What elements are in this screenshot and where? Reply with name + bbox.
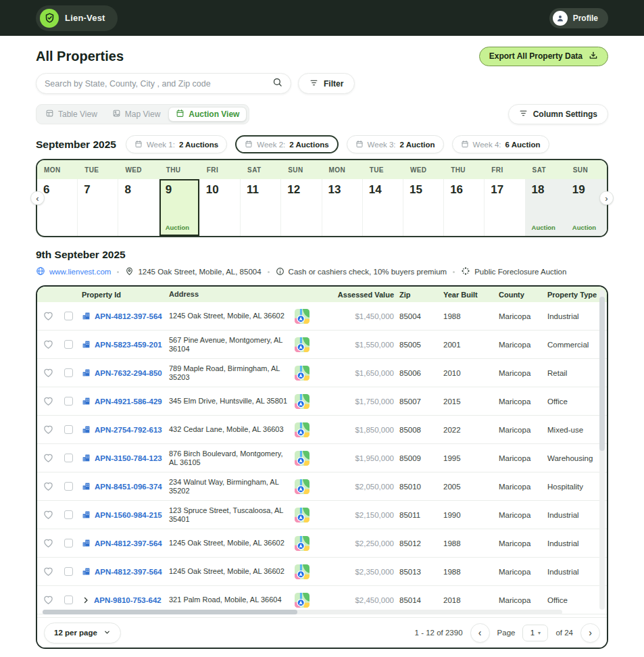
favorite-heart-icon[interactable] <box>43 566 54 577</box>
row-checkbox[interactable] <box>64 368 73 377</box>
property-id-link[interactable]: APN-4921-586-429 <box>95 397 162 406</box>
horizontal-scrollbar-thumb[interactable] <box>43 610 297 614</box>
website-link[interactable]: www.lienvest.com <box>49 268 111 276</box>
tab-table-view[interactable]: Table View <box>39 107 104 122</box>
profile-button[interactable]: Profile <box>549 8 608 28</box>
favorite-heart-icon[interactable] <box>43 367 54 379</box>
calendar-day-cell[interactable]: 8 <box>118 179 159 236</box>
maps-thumbnail-icon[interactable] <box>295 593 309 608</box>
auction-website[interactable]: www.lienvest.com <box>36 266 111 277</box>
favorite-heart-icon[interactable] <box>43 452 54 464</box>
week-chip[interactable]: Week 2: 2 Auctions <box>235 135 338 153</box>
calendar-day-cell[interactable]: 14 <box>363 179 403 236</box>
property-id-link[interactable]: APN-2754-792-613 <box>95 426 162 434</box>
row-checkbox[interactable] <box>64 397 73 406</box>
search-icon[interactable] <box>272 77 282 90</box>
favorite-heart-icon[interactable] <box>43 424 54 435</box>
row-checkbox[interactable] <box>64 510 73 519</box>
column-settings-button[interactable]: Column Settings <box>508 104 608 124</box>
favorite-heart-icon[interactable] <box>43 537 54 549</box>
property-id-link[interactable]: APN-4812-397-564 <box>95 568 162 576</box>
maps-thumbnail-icon[interactable] <box>295 309 309 324</box>
row-checkbox[interactable] <box>64 482 73 491</box>
row-checkbox[interactable] <box>64 595 73 604</box>
prev-page-button[interactable]: ‹ <box>470 623 490 643</box>
day-name: WED <box>403 166 444 174</box>
building-icon <box>82 539 91 548</box>
maps-thumbnail-icon[interactable] <box>295 366 309 381</box>
row-checkbox[interactable] <box>64 312 73 320</box>
property-type: Mixed-use <box>547 426 607 434</box>
per-page-dropdown[interactable]: 12 per page <box>44 623 121 643</box>
calendar-day-cell[interactable]: 13 <box>322 179 363 236</box>
page-select[interactable]: 1 ▾ <box>522 625 548 641</box>
filter-button[interactable]: Filter <box>298 73 355 94</box>
week-chip[interactable]: Week 4: 6 Auction <box>452 135 549 153</box>
calendar-day-cell[interactable]: 17 <box>485 179 525 236</box>
calendar-next-button[interactable]: › <box>599 191 614 205</box>
header-property-type: Property Type <box>547 291 607 299</box>
calendar-day-cell[interactable]: 16 <box>444 179 485 236</box>
expand-chevron-icon[interactable] <box>82 596 90 604</box>
tab-map-view[interactable]: Map View <box>105 107 167 122</box>
maps-thumbnail-icon[interactable] <box>295 451 309 466</box>
maps-thumbnail-icon[interactable] <box>295 564 309 579</box>
calendar-prev-button[interactable]: ‹ <box>30 191 45 205</box>
county: Maricopa <box>499 596 547 604</box>
favorite-heart-icon[interactable] <box>43 395 54 407</box>
year-built: 2018 <box>438 596 499 604</box>
calendar-day-cell[interactable]: 10 <box>200 179 241 236</box>
vertical-scrollbar-thumb[interactable] <box>599 297 605 451</box>
property-id-link[interactable]: APN-4812-397-564 <box>95 539 162 548</box>
calendar-day-cell[interactable]: 12 <box>281 179 322 236</box>
county: Maricopa <box>499 539 547 548</box>
property-id-link[interactable]: APN-1560-984-215 <box>95 511 162 519</box>
next-page-button[interactable]: › <box>580 623 600 643</box>
property-type: Office <box>547 596 607 604</box>
calendar-day-cell[interactable]: 6 <box>37 179 78 236</box>
search-input[interactable] <box>45 79 272 89</box>
brand[interactable]: Lien-Vest <box>36 5 118 31</box>
maps-thumbnail-icon[interactable] <box>295 479 309 494</box>
row-checkbox[interactable] <box>64 454 73 462</box>
property-id-link[interactable]: APN-7632-294-850 <box>95 369 162 377</box>
tab-label: Table View <box>58 110 97 119</box>
week-chip[interactable]: Week 1: 2 Auctions <box>126 135 227 153</box>
row-checkbox[interactable] <box>64 567 73 576</box>
property-address: 789 Maple Road, Birmingham, AL 35203 <box>169 364 295 382</box>
maps-thumbnail-icon[interactable] <box>295 394 309 409</box>
favorite-heart-icon[interactable] <box>43 339 54 350</box>
property-id-link[interactable]: APN-3150-784-123 <box>95 454 162 462</box>
chevron-left-icon: ‹ <box>478 628 482 637</box>
maps-thumbnail-icon[interactable] <box>295 536 309 551</box>
day-number: 15 <box>410 183 422 196</box>
county: Maricopa <box>499 341 547 349</box>
maps-thumbnail-icon[interactable] <box>295 422 309 437</box>
row-checkbox[interactable] <box>64 425 73 434</box>
calendar-day-cell[interactable]: 9 Auction <box>159 179 200 236</box>
calendar-day-cell[interactable]: 18 Auction <box>526 179 566 236</box>
property-id-link[interactable]: APN-8451-096-374 <box>95 483 162 491</box>
calendar-day-cell[interactable]: 11 <box>241 179 281 236</box>
search-box <box>36 73 291 94</box>
favorite-heart-icon[interactable] <box>43 481 54 492</box>
calendar-day-cell[interactable]: 7 <box>78 179 118 236</box>
export-all-button[interactable]: Export All Property Data <box>479 47 608 66</box>
calendar-day-cell[interactable]: 19 Auction <box>566 179 607 236</box>
favorite-heart-icon[interactable] <box>43 310 54 322</box>
property-id-link[interactable]: APN-4812-397-564 <box>95 312 162 320</box>
week-chip[interactable]: Week 3: 2 Auction <box>347 135 444 153</box>
favorite-heart-icon[interactable] <box>43 509 54 520</box>
row-checkbox[interactable] <box>64 340 73 349</box>
maps-thumbnail-icon[interactable] <box>295 508 309 522</box>
property-id-link[interactable]: APN-5823-459-201 <box>95 341 162 349</box>
maps-thumbnail-icon[interactable] <box>295 337 309 352</box>
row-checkbox[interactable] <box>64 539 73 548</box>
county: Maricopa <box>499 483 547 491</box>
calendar-day-cell[interactable]: 15 <box>403 179 444 236</box>
property-id-link[interactable]: APN-9810-753-642 <box>94 596 162 604</box>
property-type: Hospitality <box>547 483 607 491</box>
tab-auction-view[interactable]: Auction View <box>168 107 247 122</box>
favorite-heart-icon[interactable] <box>43 594 54 606</box>
header-zip: Zip <box>394 291 438 299</box>
